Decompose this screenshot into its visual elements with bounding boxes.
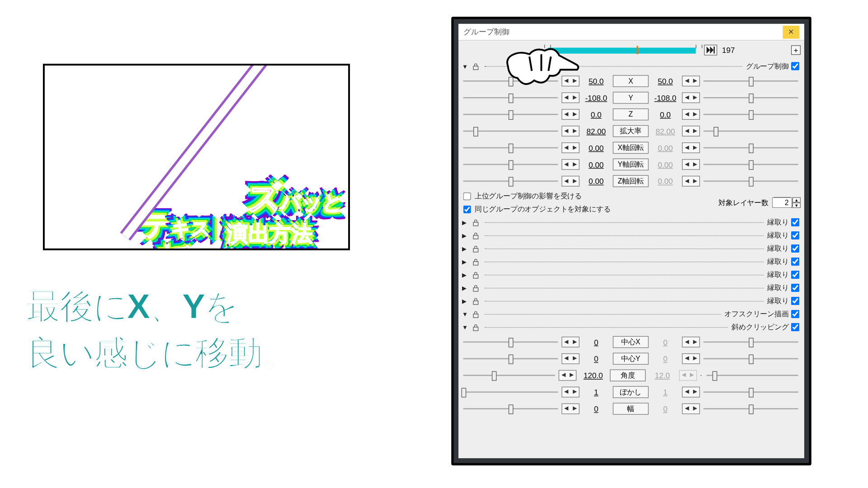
close-icon[interactable]: ✕ xyxy=(783,25,799,38)
param-name-button[interactable]: Z軸回転 xyxy=(613,175,649,187)
filter-checkbox[interactable] xyxy=(791,310,799,318)
stepper-left[interactable] xyxy=(561,92,580,103)
timeline-playhead[interactable] xyxy=(637,46,638,54)
filter-checkbox[interactable] xyxy=(791,244,799,253)
filter-heading-3[interactable]: ▶ 縁取り xyxy=(461,255,801,268)
stepper-right[interactable] xyxy=(682,337,700,347)
stepper-right[interactable] xyxy=(682,126,700,136)
stepper-left[interactable] xyxy=(561,337,580,347)
slider-left[interactable] xyxy=(462,109,559,120)
chevron-down-icon[interactable]: ▼ xyxy=(462,311,470,318)
value-right[interactable]: 0.00 xyxy=(651,143,679,152)
param-name-button[interactable]: X軸回転 xyxy=(613,142,649,154)
lock-icon[interactable] xyxy=(470,231,481,239)
chevron-right-icon[interactable]: ▶ xyxy=(462,285,470,291)
fast-forward-icon[interactable] xyxy=(704,45,717,56)
value-left[interactable]: 0 xyxy=(582,338,610,347)
stepper-left[interactable] xyxy=(561,353,580,364)
stepper-right[interactable] xyxy=(682,75,700,86)
lock-icon[interactable] xyxy=(470,323,481,331)
param-name-button[interactable]: 中心X xyxy=(613,336,649,348)
stepper-right[interactable] xyxy=(682,92,700,103)
slider-right[interactable] xyxy=(702,92,799,103)
lock-icon[interactable] xyxy=(470,218,481,226)
main-section-heading[interactable]: ▼ グループ制御 xyxy=(461,60,801,73)
filter-heading-7[interactable]: ▼ オフスクリーン描画 xyxy=(461,307,801,320)
target-layer-stepper[interactable]: ▲▼ xyxy=(793,197,801,208)
slider-right[interactable] xyxy=(702,75,799,86)
stepper-right[interactable] xyxy=(682,109,700,120)
filter-checkbox[interactable] xyxy=(791,271,799,279)
filter-checkbox[interactable] xyxy=(791,231,799,239)
value-right[interactable]: 0.00 xyxy=(651,160,679,169)
slider-left[interactable] xyxy=(462,75,559,86)
filter-heading-8[interactable]: ▼ 斜めクリッピング xyxy=(461,320,801,333)
filter-checkbox[interactable] xyxy=(791,258,799,266)
lock-icon[interactable] xyxy=(470,62,481,70)
filter-checkbox[interactable] xyxy=(791,284,799,292)
value-left[interactable]: 0.00 xyxy=(582,143,610,152)
group-control-checkbox[interactable] xyxy=(791,62,799,70)
value-left[interactable]: 120.0 xyxy=(579,371,607,380)
titlebar[interactable]: グループ制御 ✕ xyxy=(458,24,804,41)
value-left[interactable]: 1 xyxy=(582,388,610,397)
lock-icon[interactable] xyxy=(470,244,481,253)
filter-checkbox[interactable] xyxy=(791,218,799,226)
stepper-left[interactable] xyxy=(561,387,580,398)
stepper-right[interactable] xyxy=(682,176,700,187)
filter-heading-1[interactable]: ▶ 縁取り xyxy=(461,229,801,242)
slider-left[interactable] xyxy=(462,337,559,347)
lock-icon[interactable] xyxy=(470,310,481,318)
param-name-button[interactable]: 中心Y xyxy=(613,353,649,365)
param-name-button[interactable]: 拡大率 xyxy=(613,125,649,137)
value-left[interactable]: 82.00 xyxy=(582,127,610,136)
same-group-checkbox[interactable] xyxy=(463,205,471,213)
chevron-right-icon[interactable]: ▶ xyxy=(462,272,470,278)
slider-right[interactable] xyxy=(702,142,799,153)
timeline-bar[interactable] xyxy=(548,47,696,53)
slider-left[interactable] xyxy=(462,370,556,381)
value-right[interactable]: 0.0 xyxy=(651,110,679,119)
value-left[interactable]: 50.0 xyxy=(582,76,610,85)
value-left[interactable]: 0.00 xyxy=(582,160,610,169)
timeline[interactable]: 197 + xyxy=(461,43,801,57)
value-left[interactable]: 0.00 xyxy=(582,177,610,186)
slider-right[interactable] xyxy=(705,370,799,381)
chevron-down-icon[interactable]: ▼ xyxy=(462,324,470,331)
param-name-button[interactable]: 幅 xyxy=(613,403,649,414)
chevron-right-icon[interactable]: ▶ xyxy=(462,232,470,239)
value-left[interactable]: -108.0 xyxy=(582,93,610,102)
stepper-left[interactable] xyxy=(561,126,580,136)
param-name-button[interactable]: Y xyxy=(613,92,649,103)
param-name-button[interactable]: 角度 xyxy=(610,370,646,381)
stepper-right[interactable] xyxy=(679,370,697,381)
filter-heading-5[interactable]: ▶ 縁取り xyxy=(461,281,801,294)
chevron-down-icon[interactable]: ▼ xyxy=(462,63,470,70)
value-left[interactable]: 0 xyxy=(582,354,610,363)
value-left[interactable]: 0 xyxy=(582,404,610,413)
filter-checkbox[interactable] xyxy=(791,297,799,305)
filter-checkbox[interactable] xyxy=(791,323,799,331)
stepper-right[interactable] xyxy=(682,387,700,398)
value-right[interactable]: 0 xyxy=(651,404,679,413)
plus-icon[interactable]: + xyxy=(791,45,801,55)
value-right[interactable]: -108.0 xyxy=(651,93,679,102)
param-name-button[interactable]: ぼかし xyxy=(613,386,649,398)
stepper-right[interactable] xyxy=(682,404,700,414)
value-right[interactable]: 12.0 xyxy=(648,371,676,380)
param-name-button[interactable]: Y軸回転 xyxy=(613,159,649,170)
param-name-button[interactable]: X xyxy=(613,75,649,87)
slider-left[interactable] xyxy=(462,92,559,103)
chevron-right-icon[interactable]: ▶ xyxy=(462,219,470,226)
slider-right[interactable] xyxy=(702,353,799,364)
slider-left[interactable] xyxy=(462,176,559,187)
slider-left[interactable] xyxy=(462,353,559,364)
stepper-left[interactable] xyxy=(561,404,580,414)
slider-right[interactable] xyxy=(702,176,799,187)
lock-icon[interactable] xyxy=(470,271,481,279)
slider-left[interactable] xyxy=(462,404,559,414)
value-right[interactable]: 1 xyxy=(651,388,679,397)
slider-left[interactable] xyxy=(462,126,559,136)
value-right[interactable]: 82.00 xyxy=(651,127,679,136)
slider-right[interactable] xyxy=(702,337,799,347)
